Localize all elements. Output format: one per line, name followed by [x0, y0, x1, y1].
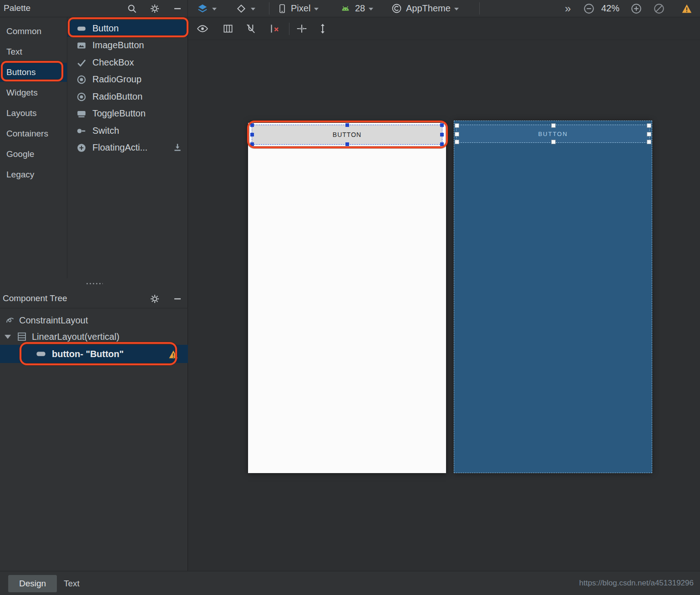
- chevron-down-icon: [454, 8, 459, 10]
- palette-category-buttons[interactable]: Buttons: [0, 63, 67, 82]
- palette-category-text[interactable]: Text: [0, 42, 67, 61]
- theme-icon: [391, 3, 402, 14]
- splitter-grip-icon: [86, 282, 103, 285]
- radio-group-icon: [76, 75, 86, 85]
- warning-icon[interactable]: [168, 349, 179, 360]
- theme-selector[interactable]: AppTheme: [391, 0, 459, 17]
- selection-handle[interactable]: [455, 132, 459, 136]
- palette-item-checkbox[interactable]: CheckBox: [67, 54, 188, 71]
- palette-item-imagebutton[interactable]: ImageButton: [67, 37, 188, 54]
- layers-icon: [197, 3, 208, 15]
- blueprint-view-screen[interactable]: BUTTON: [454, 121, 652, 473]
- palette-category-containers[interactable]: Containers: [0, 124, 67, 143]
- zoom-to-fit-button[interactable]: [653, 0, 665, 17]
- constraint-layout-icon: [5, 315, 15, 326]
- selection-handle[interactable]: [345, 123, 349, 127]
- gear-icon[interactable]: [149, 3, 160, 14]
- selection-handle[interactable]: [551, 140, 556, 144]
- selection-handle[interactable]: [250, 123, 254, 127]
- button-widget-label: BUTTON: [538, 131, 568, 137]
- palette-item-radiogroup[interactable]: RadioGroup: [67, 71, 188, 88]
- selection-handle[interactable]: [440, 142, 444, 146]
- category-label: Text: [6, 47, 22, 57]
- minimize-panel-icon[interactable]: [172, 3, 183, 14]
- palette-category-widgets[interactable]: Widgets: [0, 83, 67, 102]
- palette-item-button[interactable]: Button: [67, 20, 188, 37]
- palette-item-togglebutton[interactable]: ToggleButton: [67, 105, 188, 122]
- category-label: Legacy: [6, 170, 34, 180]
- tree-node-linearlayout[interactable]: LinearLayout(vertical): [0, 328, 188, 345]
- palette-category-layouts[interactable]: Layouts: [0, 104, 67, 123]
- selection-handle[interactable]: [455, 123, 459, 128]
- chevron-down-icon: [251, 8, 255, 10]
- zoom-value: 42%: [601, 3, 619, 14]
- palette-panel-header: Palette: [0, 0, 188, 17]
- selection-handle[interactable]: [647, 140, 651, 144]
- minimize-panel-icon[interactable]: [172, 293, 183, 304]
- selection-handle[interactable]: [250, 133, 254, 136]
- zoom-in-button[interactable]: [630, 0, 642, 17]
- palette-category-legacy[interactable]: Legacy: [0, 165, 67, 184]
- selection-handle[interactable]: [345, 142, 349, 146]
- palette-item-label: RadioGroup: [92, 74, 142, 85]
- category-label: Common: [6, 26, 41, 36]
- fab-icon: [76, 143, 86, 153]
- autoconnect-off-magnet-icon[interactable]: [245, 23, 257, 35]
- chevron-down-icon: [314, 8, 319, 10]
- design-surface[interactable]: BUTTON BUTTON: [188, 17, 700, 571]
- toolbar-divider: [289, 23, 289, 35]
- radio-button-icon: [76, 92, 86, 102]
- selection-handle[interactable]: [647, 123, 651, 128]
- expander-icon[interactable]: [5, 335, 11, 339]
- selection-handle[interactable]: [250, 142, 254, 146]
- palette-title: Palette: [4, 0, 30, 16]
- panel-splitter[interactable]: [0, 278, 188, 288]
- orientation-dropdown[interactable]: [235, 0, 255, 17]
- selection-handle[interactable]: [551, 123, 556, 128]
- view-mode-dropdown[interactable]: [197, 0, 217, 17]
- design-view-button-widget[interactable]: BUTTON: [252, 125, 442, 145]
- design-view-screen[interactable]: BUTTON: [248, 123, 446, 473]
- palette-category-list: Common Text Buttons Widgets Layouts Cont…: [0, 17, 67, 278]
- category-label: Layouts: [6, 108, 37, 118]
- expand-vertical-icon[interactable]: [317, 23, 329, 35]
- palette-item-radiobutton[interactable]: RadioButton: [67, 88, 188, 105]
- selection-handle[interactable]: [647, 132, 651, 136]
- palette-item-floatingactionbutton[interactable]: FloatingActi...: [67, 139, 188, 156]
- selection-handle[interactable]: [440, 123, 444, 127]
- phone-icon: [277, 3, 287, 14]
- button-widget-label: BUTTON: [333, 131, 361, 138]
- device-name: Pixel: [291, 3, 310, 14]
- search-icon[interactable]: [127, 3, 137, 14]
- category-label: Buttons: [6, 67, 36, 77]
- palette-category-google[interactable]: Google: [0, 145, 67, 164]
- top-toolbar: Palette: [0, 0, 700, 17]
- guidelines-icon[interactable]: [222, 23, 234, 35]
- toolbar-overflow-button[interactable]: »: [565, 0, 571, 17]
- palette-item-label: CheckBox: [92, 57, 134, 68]
- clear-constraints-icon[interactable]: [269, 23, 280, 35]
- orientation-icon: [235, 3, 247, 15]
- device-selector[interactable]: Pixel: [277, 0, 319, 17]
- zoom-out-button[interactable]: [583, 0, 595, 17]
- component-tree-title: Component Tree: [3, 289, 67, 308]
- tree-node-button[interactable]: button- "Button": [0, 345, 188, 363]
- tree-node-constraintlayout[interactable]: ConstraintLayout: [0, 312, 188, 328]
- tab-text[interactable]: Text: [53, 575, 91, 592]
- view-options-eye-icon[interactable]: [197, 23, 208, 35]
- warnings-button[interactable]: [680, 0, 693, 17]
- align-horizontal-center-icon[interactable]: [296, 23, 308, 35]
- switch-icon: [76, 126, 86, 136]
- download-icon[interactable]: [172, 142, 183, 152]
- selection-handle[interactable]: [455, 140, 459, 144]
- tab-label: Text: [64, 579, 80, 589]
- palette-item-switch[interactable]: Switch: [67, 122, 188, 139]
- gear-icon[interactable]: [149, 293, 160, 304]
- api-level: 28: [355, 3, 365, 14]
- tree-node-label: LinearLayout(vertical): [32, 332, 119, 342]
- api-level-selector[interactable]: 28: [340, 0, 373, 17]
- selection-handle[interactable]: [440, 133, 444, 136]
- tab-design[interactable]: Design: [8, 575, 57, 592]
- blueprint-button-widget[interactable]: BUTTON: [456, 125, 650, 143]
- palette-category-common[interactable]: Common: [0, 22, 67, 41]
